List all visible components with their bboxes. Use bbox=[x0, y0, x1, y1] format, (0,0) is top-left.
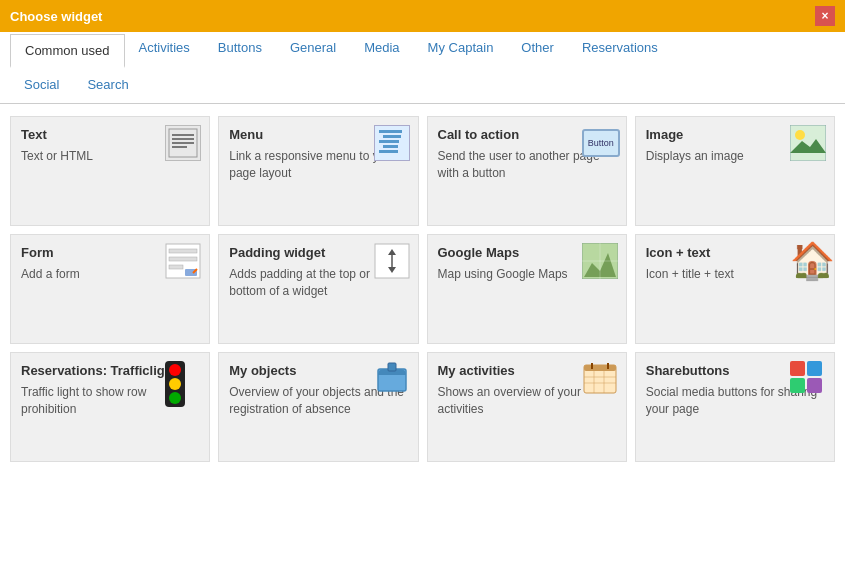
tabs-row-1: Common used Activities Buttons General M… bbox=[10, 32, 835, 67]
widget-image[interactable]: Image Displays an image bbox=[635, 116, 835, 226]
svg-rect-5 bbox=[790, 125, 826, 161]
widget-trafficlight[interactable]: Reservations: Trafficlight Traffic light… bbox=[10, 352, 210, 462]
menu-icon bbox=[374, 125, 410, 161]
widget-text[interactable]: Text Text or HTML bbox=[10, 116, 210, 226]
activities-icon bbox=[582, 361, 618, 397]
widget-my-objects[interactable]: My objects Overview of your objects and … bbox=[218, 352, 418, 462]
title-text: Choose widget bbox=[10, 9, 102, 24]
share-icon bbox=[790, 361, 826, 397]
widget-icon-text[interactable]: 🏠 Icon + text Icon + title + text bbox=[635, 234, 835, 344]
tab-activities[interactable]: Activities bbox=[125, 32, 204, 68]
form-icon bbox=[165, 243, 201, 279]
widget-padding[interactable]: Padding widget Adds padding at the top o… bbox=[218, 234, 418, 344]
image-icon bbox=[790, 125, 826, 161]
tab-buttons[interactable]: Buttons bbox=[204, 32, 276, 68]
title-bar: Choose widget × bbox=[0, 0, 845, 32]
svg-point-6 bbox=[795, 130, 805, 140]
svg-rect-10 bbox=[169, 257, 197, 261]
tabs-row-2: Social Search bbox=[10, 67, 835, 103]
padding-icon bbox=[374, 243, 410, 279]
widget-call-to-action[interactable]: Button Call to action Send the user to a… bbox=[427, 116, 627, 226]
svg-rect-25 bbox=[584, 365, 616, 371]
text-icon bbox=[165, 125, 201, 161]
tab-other[interactable]: Other bbox=[507, 32, 568, 68]
widget-form[interactable]: Form Add a form bbox=[10, 234, 210, 344]
trafficlight-icon bbox=[165, 361, 201, 397]
svg-rect-9 bbox=[169, 249, 197, 253]
widgets-grid: Text Text or HTML Menu Link a responsive… bbox=[10, 116, 835, 462]
svg-rect-23 bbox=[388, 363, 396, 371]
tab-reservations[interactable]: Reservations bbox=[568, 32, 672, 68]
tab-social[interactable]: Social bbox=[10, 69, 73, 102]
tab-my-captain[interactable]: My Captain bbox=[414, 32, 508, 68]
tab-general[interactable]: General bbox=[276, 32, 350, 68]
widget-sharebuttons[interactable]: Sharebuttons Social media buttons for sh… bbox=[635, 352, 835, 462]
widget-my-activities[interactable]: My activities Shows an overview of your … bbox=[427, 352, 627, 462]
objects-icon bbox=[374, 361, 410, 397]
tab-media[interactable]: Media bbox=[350, 32, 413, 68]
tab-common-used[interactable]: Common used bbox=[10, 34, 125, 68]
maps-icon bbox=[582, 243, 618, 279]
tabs-container: Common used Activities Buttons General M… bbox=[0, 32, 845, 104]
close-button[interactable]: × bbox=[815, 6, 835, 26]
widget-menu[interactable]: Menu Link a responsive menu to your page… bbox=[218, 116, 418, 226]
tab-search[interactable]: Search bbox=[73, 69, 142, 102]
widget-google-maps[interactable]: Google Maps Map using Google Maps bbox=[427, 234, 627, 344]
house-icon: 🏠 bbox=[790, 243, 826, 279]
content-area: Text Text or HTML Menu Link a responsive… bbox=[0, 104, 845, 474]
cta-icon: Button bbox=[582, 125, 618, 161]
svg-rect-11 bbox=[169, 265, 183, 269]
